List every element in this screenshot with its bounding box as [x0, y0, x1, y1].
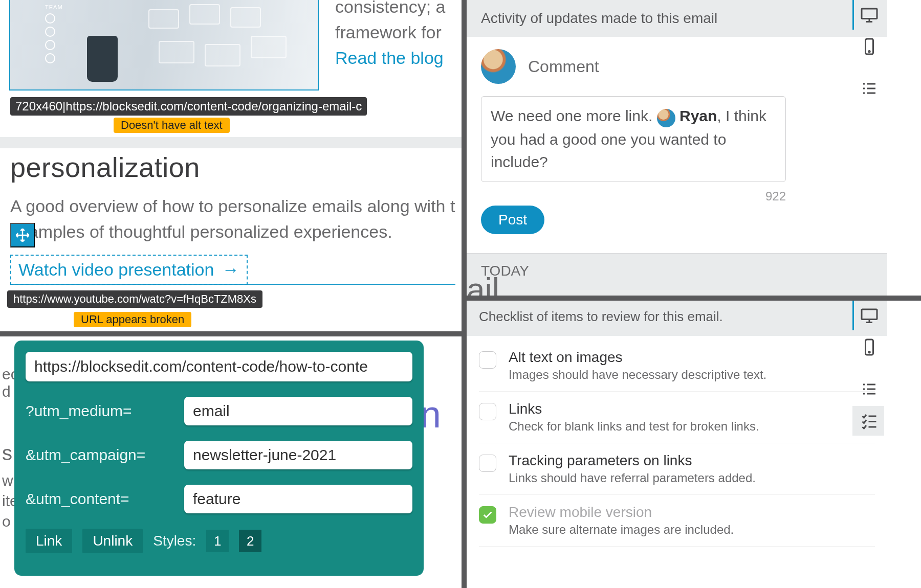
- activity-today-header: TODAY: [467, 253, 887, 296]
- svg-point-2: [868, 51, 869, 52]
- mention-name: Ryan: [679, 107, 717, 124]
- panel-divider-horizontal: [0, 331, 462, 336]
- bg-text-fragment: o: [2, 510, 11, 533]
- utm-param-label: ?utm_medium=: [26, 402, 175, 420]
- section-divider-strip: [0, 137, 462, 148]
- side-text-line2: framework for: [335, 22, 442, 42]
- cta-text: Watch video presentation: [18, 260, 214, 279]
- section-heading: personalization: [10, 151, 200, 183]
- styles-label: Styles:: [153, 533, 196, 549]
- link-button[interactable]: Link: [26, 529, 72, 553]
- mobile-preview-button[interactable]: [852, 32, 884, 61]
- checklist-item-title: Links: [509, 401, 759, 417]
- checklist-checkbox[interactable]: [479, 403, 496, 420]
- alt-text-warning: Doesn't have alt text: [114, 118, 230, 133]
- checklist-panel-header: Checklist of items to review for this em…: [467, 301, 887, 336]
- utm-param-input[interactable]: [184, 441, 412, 469]
- image-meta-badge: 720x460|https://blocksedit.com/content-c…: [10, 97, 367, 116]
- checklist-button[interactable]: [852, 406, 884, 436]
- desktop-preview-button[interactable]: [852, 301, 884, 330]
- mobile-icon: [860, 338, 879, 356]
- utm-param-input[interactable]: [184, 485, 412, 513]
- checklist-item-title: Alt text on images: [509, 349, 766, 366]
- utm-param-input[interactable]: [184, 397, 412, 425]
- checklist-item-desc: Images should have necessary descriptive…: [509, 368, 766, 382]
- mobile-icon: [860, 37, 879, 56]
- mobile-preview-button[interactable]: [852, 332, 884, 362]
- hero-side-text: consistency; a framework for Read the bl…: [335, 0, 462, 71]
- bg-text-fragment: w: [2, 469, 13, 492]
- desktop-preview-button[interactable]: [852, 0, 884, 30]
- move-icon: [15, 228, 30, 243]
- style-option-1[interactable]: 1: [206, 530, 229, 552]
- checklist-icon: [860, 412, 879, 430]
- outline-icon: [860, 79, 879, 98]
- checklist-item: LinksCheck for blank links and test for …: [479, 392, 875, 443]
- cta-link[interactable]: Watch video presentation →: [10, 255, 248, 285]
- unlink-button[interactable]: Unlink: [82, 529, 143, 553]
- arrow-right-icon: →: [222, 260, 239, 279]
- avatar: [481, 49, 516, 84]
- checklist-item-title: Review mobile version: [509, 504, 734, 521]
- utm-param-label: &utm_campaign=: [26, 446, 175, 464]
- desktop-icon: [860, 306, 879, 325]
- comment-label: Comment: [528, 57, 599, 76]
- char-counter: 922: [481, 189, 786, 203]
- checklist-item-desc: Links should have referral parameters ad…: [509, 471, 756, 485]
- read-blog-link[interactable]: Read the blog: [335, 48, 444, 67]
- section-body: A good overview of how to personalize em…: [10, 193, 456, 244]
- url-broken-warning: URL appears broken: [74, 312, 191, 327]
- link-url-input[interactable]: [26, 352, 412, 381]
- outline-icon: [860, 380, 879, 398]
- mention-avatar: [657, 109, 675, 127]
- checklist-checkbox[interactable]: [479, 506, 496, 524]
- svg-rect-3: [862, 309, 877, 320]
- post-button[interactable]: Post: [481, 206, 544, 234]
- move-handle[interactable]: [10, 223, 35, 247]
- checklist-item: Alt text on imagesImages should have nec…: [479, 340, 875, 392]
- panel-divider-vertical: [462, 0, 467, 588]
- activity-panel-header: Activity of updates made to this email: [467, 0, 887, 37]
- selection-underline: [10, 284, 455, 285]
- panel-divider-horizontal: [467, 296, 921, 301]
- link-editor-panel: ?utm_medium=&utm_campaign=&utm_content= …: [14, 341, 424, 576]
- link-url-badge: https://www.youtube.com/watc?v=fHqBcTZM8…: [7, 290, 262, 308]
- outline-button[interactable]: [852, 374, 884, 404]
- checklist-checkbox[interactable]: [479, 455, 496, 472]
- outline-button[interactable]: [852, 74, 884, 103]
- desktop-icon: [860, 6, 879, 24]
- checklist-item: Review mobile versionMake sure alternate…: [479, 495, 875, 547]
- svg-point-5: [868, 352, 869, 353]
- utm-param-label: &utm_content=: [26, 490, 175, 508]
- comment-text-pre: We need one more link.: [491, 107, 657, 124]
- checklist-checkbox[interactable]: [479, 351, 496, 369]
- checklist-item-title: Tracking parameters on links: [509, 453, 756, 469]
- style-option-2[interactable]: 2: [239, 530, 261, 552]
- svg-rect-0: [862, 9, 877, 19]
- checklist-item-desc: Check for blank links and test for broke…: [509, 419, 759, 434]
- comment-input[interactable]: We need one more link. Ryan, I think you…: [481, 96, 786, 182]
- side-text-line1: consistency; a: [335, 0, 445, 16]
- checklist-item: Tracking parameters on linksLinks should…: [479, 443, 875, 495]
- hero-image[interactable]: TEAM: [10, 0, 318, 89]
- checklist-item-desc: Make sure alternate images are included.: [509, 523, 734, 537]
